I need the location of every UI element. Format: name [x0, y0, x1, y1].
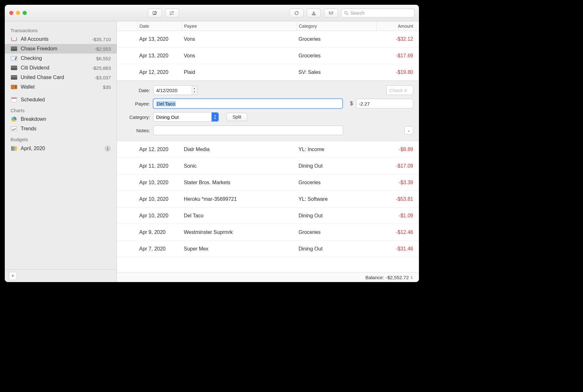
- credit-card-icon: [11, 75, 18, 80]
- compose-button[interactable]: [148, 9, 162, 18]
- transaction-row[interactable]: Apr 12, 2020PlaidSV: Sales-$19.80: [117, 64, 419, 81]
- search-icon: [344, 11, 349, 15]
- tx-date: Apr 10, 2020: [137, 196, 182, 202]
- expand-toggle[interactable]: ⌄: [404, 126, 413, 134]
- close-window-button[interactable]: [9, 11, 13, 15]
- col-amount[interactable]: Amount: [376, 21, 419, 31]
- transaction-row[interactable]: Apr 13, 2020VonsGroceries-$17.69: [117, 47, 419, 64]
- sidebar-item-citi-dividend[interactable]: Citi Dividend -$25,883: [5, 63, 117, 73]
- sidebar-item-wallet[interactable]: Wallet $35: [5, 82, 117, 92]
- col-payee[interactable]: Payee: [182, 21, 297, 31]
- transfer-button[interactable]: [165, 9, 179, 18]
- tx-date: Apr 13, 2020: [137, 36, 182, 42]
- sidebar-item-scheduled[interactable]: Scheduled: [5, 95, 117, 105]
- window-controls: [9, 11, 27, 15]
- split-button[interactable]: Split: [227, 113, 247, 121]
- tx-category: Groceries: [297, 36, 376, 42]
- sidebar-item-label: April, 2020: [21, 146, 101, 151]
- tx-category: Groceries: [297, 53, 376, 59]
- col-category[interactable]: Category: [297, 21, 376, 31]
- zoom-window-button[interactable]: [23, 11, 27, 15]
- wallet-icon: [11, 84, 18, 90]
- tx-payee: Vons: [182, 36, 297, 42]
- col-date[interactable]: Date: [137, 21, 182, 31]
- budget-icon: [11, 146, 18, 151]
- transaction-row[interactable]: Apr 10, 2020Del TacoDining Out-$1.09: [117, 207, 419, 224]
- edit-label-date: Date:: [123, 88, 150, 93]
- tx-payee: Westminster Suprmrk: [182, 229, 297, 235]
- search-placeholder: Search: [350, 11, 364, 16]
- tx-date: Apr 12, 2020: [137, 69, 182, 75]
- transaction-row[interactable]: Apr 10, 2020Stater Bros. MarketsGrocerie…: [117, 174, 419, 191]
- sidebar-item-breakdown[interactable]: Breakdown: [5, 114, 117, 124]
- tx-date: Apr 11, 2020: [137, 163, 182, 169]
- edit-amount-field[interactable]: -2.27: [356, 99, 413, 108]
- svg-point-4: [345, 11, 347, 14]
- tx-amount: -$12.46: [376, 229, 419, 235]
- check-placeholder: Check #: [389, 88, 407, 93]
- transaction-row[interactable]: Apr 11, 2020SonicDining Out-$17.09: [117, 158, 419, 174]
- tx-payee: Plaid: [182, 69, 297, 75]
- tx-date: Apr 10, 2020: [137, 213, 182, 219]
- edit-label-notes: Notes:: [123, 128, 150, 133]
- adjust-button[interactable]: [324, 9, 338, 18]
- sidebar-item-value: -$25,883: [92, 65, 111, 71]
- tx-category: SV: Sales: [297, 69, 376, 75]
- search-input[interactable]: Search: [341, 9, 414, 18]
- sidebar-item-label: All Accounts: [21, 36, 89, 42]
- sidebar-item-label: Breakdown: [21, 116, 111, 122]
- tx-amount: -$31.46: [376, 246, 419, 252]
- credit-card-icon: [11, 65, 18, 71]
- edit-label-category: Category:: [123, 114, 150, 120]
- sidebar-item-trends[interactable]: Trends: [5, 124, 117, 134]
- transaction-list[interactable]: Apr 13, 2020VonsGroceries-$32.12Apr 13, …: [117, 31, 419, 272]
- sidebar-item-label: Scheduled: [21, 97, 111, 103]
- transaction-row[interactable]: Apr 13, 2020VonsGroceries-$32.12: [117, 31, 419, 47]
- edit-check-field[interactable]: Check #: [386, 85, 413, 95]
- sidebar-item-chase-freedom[interactable]: Chase Freedom -$2,553: [5, 44, 117, 54]
- tx-payee: Sonic: [182, 163, 297, 169]
- add-button[interactable]: ＋: [9, 272, 17, 280]
- sidebar-item-value: -$2,553: [95, 46, 111, 52]
- edit-payee-value: Del Taco: [156, 101, 176, 106]
- tx-payee: Super Mex: [182, 246, 297, 252]
- tx-category: Groceries: [297, 229, 376, 235]
- edit-label-payee: Payee:: [123, 101, 150, 106]
- sidebar-item-value: $6,552: [96, 56, 111, 61]
- tx-payee: Del Taco: [182, 213, 297, 219]
- balance-stepper[interactable]: ▲▼: [411, 276, 414, 279]
- tx-category: YL: Software: [297, 196, 376, 202]
- inbox-icon: [11, 36, 18, 42]
- tx-date: Apr 7, 2020: [137, 246, 182, 252]
- sidebar-group-budgets: Budgets: [5, 134, 117, 143]
- edit-notes-field[interactable]: [153, 126, 343, 135]
- sidebar-item-checking[interactable]: Checking $6,552: [5, 54, 117, 63]
- tx-amount: -$17.09: [376, 163, 419, 169]
- app-window: Search Transactions All Accounts -$35,71…: [5, 5, 419, 282]
- sidebar-item-budget-april[interactable]: April, 2020 1: [5, 143, 117, 154]
- tx-payee: Heroku *mar-35699721: [182, 196, 297, 202]
- transaction-row[interactable]: Apr 12, 2020Dialr MediaYL: Income-$8.89: [117, 141, 419, 158]
- edit-date-field[interactable]: 4/12/2020 ▲▼: [153, 85, 198, 95]
- sidebar-item-united-chase[interactable]: United Chase Card -$3,037: [5, 73, 117, 82]
- edit-payee-field[interactable]: Del Taco: [153, 99, 342, 108]
- tx-amount: -$53.81: [376, 196, 419, 202]
- transaction-row[interactable]: Apr 9, 2020Westminster SuprmrkGroceries-…: [117, 224, 419, 241]
- svg-point-2: [331, 13, 332, 14]
- credit-card-icon: [11, 46, 18, 52]
- import-button[interactable]: [307, 9, 321, 18]
- minimize-window-button[interactable]: [16, 11, 20, 15]
- calendar-icon: [11, 97, 18, 103]
- main-pane: Date Payee Category Amount Apr 13, 2020V…: [117, 21, 419, 282]
- tx-amount: -$8.89: [376, 147, 419, 152]
- sidebar-item-label: Chase Freedom: [21, 46, 91, 52]
- edit-category-select[interactable]: Dining Out ▲▼: [153, 112, 219, 122]
- sync-button[interactable]: [290, 9, 304, 18]
- tx-payee: Vons: [182, 53, 297, 59]
- transaction-row[interactable]: Apr 7, 2020Super MexDining Out-$31.46: [117, 241, 419, 257]
- date-stepper[interactable]: ▲▼: [192, 86, 197, 94]
- transaction-row[interactable]: Apr 10, 2020Heroku *mar-35699721YL: Soft…: [117, 191, 419, 207]
- sidebar-item-all-accounts[interactable]: All Accounts -$35,710: [5, 34, 117, 44]
- sidebar: Transactions All Accounts -$35,710 Chase…: [5, 21, 117, 282]
- balance-label: Balance:: [365, 275, 384, 280]
